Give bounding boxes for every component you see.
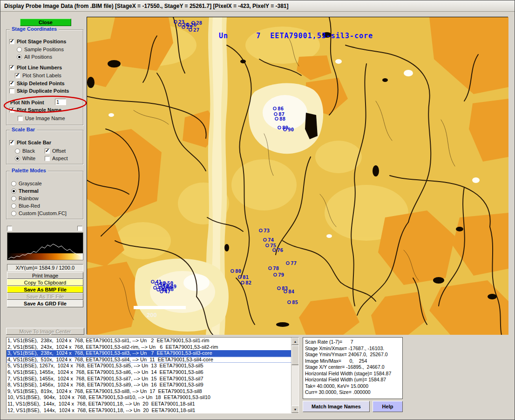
scale-bar-white-radio[interactable]: White bbox=[15, 156, 35, 161]
image-list[interactable]: 1, VS1(BSE), 238x, 1024 x 768, EETA79001… bbox=[6, 337, 299, 413]
palette-rainbow-radio[interactable]: Rainbow bbox=[11, 196, 39, 201]
skip-deleted-points-checkbox[interactable]: Skip Deleted Points bbox=[9, 81, 65, 86]
checkbox-icon bbox=[9, 81, 14, 86]
all-positions-radio[interactable]: All Positions bbox=[17, 54, 52, 60]
svg-text:50: 50 bbox=[167, 280, 173, 286]
scale-bar-group: Scale Bar Plot Scale Bar Black Offset Wh… bbox=[6, 130, 83, 164]
checkbox-icon bbox=[18, 116, 23, 121]
list-item[interactable]: 7, VS1(BSE), 1455x, 1024 x 768, EETA7900… bbox=[7, 376, 298, 382]
list-item[interactable]: 5, VS1(BSE), 1267x, 1024 x 768, EETA7900… bbox=[7, 363, 298, 369]
close-button[interactable]: Close bbox=[20, 19, 71, 26]
list-item[interactable]: 8, VS1(BSE), 1456x, 1024 x 768, EETA7900… bbox=[7, 382, 298, 388]
palette-bluered-radio[interactable]: Blue-Red bbox=[11, 203, 40, 209]
list-item[interactable]: 12, VS1(BSE), 144x, 1024 x 768, EETA7900… bbox=[7, 407, 298, 413]
stage-coordinates-group: Stage Coordinates Plot Stage Positions S… bbox=[6, 29, 83, 125]
plot-line-numbers-checkbox[interactable]: Plot Line Numbers bbox=[9, 65, 62, 70]
use-image-name-checkbox[interactable]: Use Image Name bbox=[18, 115, 65, 121]
close-button-label: Close bbox=[39, 20, 53, 25]
info-line: Horizontal Field Width (stage)= 1584.87 bbox=[305, 371, 400, 377]
nth-point-input[interactable] bbox=[55, 99, 66, 105]
checkbox-icon bbox=[9, 88, 14, 94]
save-as-bmp-button[interactable]: Save As BMP File bbox=[7, 286, 83, 293]
histogram[interactable] bbox=[7, 232, 83, 260]
svg-text:78: 78 bbox=[273, 265, 279, 271]
svg-text:82: 82 bbox=[245, 280, 251, 286]
scroll-up-arrow[interactable]: ▲ bbox=[291, 338, 299, 345]
skip-duplicate-points-label: Skip Duplicate Points bbox=[17, 88, 69, 94]
checkbox-icon bbox=[9, 108, 14, 113]
list-item[interactable]: 3, VS1(BSE), 238x, 1024 x 768, EETA79001… bbox=[7, 350, 298, 357]
histogram-left-checkbox[interactable] bbox=[7, 226, 12, 231]
svg-text:77: 77 bbox=[291, 260, 297, 266]
copy-to-clipboard-button[interactable]: Copy To Clipboard bbox=[7, 279, 83, 286]
list-item[interactable]: 1, VS1(BSE), 238x, 1024 x 768, EETA79001… bbox=[7, 338, 298, 344]
grayscale-label: Grayscale bbox=[19, 181, 42, 186]
scroll-down-arrow[interactable]: ▼ bbox=[291, 406, 299, 413]
scale-bar-title: Scale Bar bbox=[10, 127, 37, 132]
list-item[interactable]: 6, VS1(BSE), 1455x, 1024 x 768, EETA7900… bbox=[7, 369, 298, 376]
probe-image[interactable]: Un 7 EETA79001,53-sil3-core 200 23242526… bbox=[87, 17, 508, 334]
xy-dimensions-readout: X/Y(um)= 1584.9 / 1200.0 bbox=[7, 264, 83, 271]
title-bar[interactable]: Display Probe Image Data (from .BIM file… bbox=[0, 0, 515, 12]
scale-bar-offset-checkbox[interactable]: Offset bbox=[45, 148, 66, 154]
skip-duplicate-points-checkbox[interactable]: Skip Duplicate Points bbox=[9, 88, 69, 94]
list-item[interactable]: 2, VS1(BSE), 243x, 1024 x 768, EETA79001… bbox=[7, 344, 298, 351]
plot-sample-name-checkbox[interactable]: Plot Sample Name bbox=[9, 107, 61, 113]
plot-nth-point-label: Plot Nth Point bbox=[10, 100, 44, 105]
radio-icon bbox=[15, 149, 20, 154]
radio-icon bbox=[11, 203, 16, 209]
radio-icon bbox=[11, 211, 16, 216]
scale-bar-aspect-checkbox[interactable]: Aspect bbox=[45, 156, 68, 161]
sample-positions-radio[interactable]: Sample Positions bbox=[17, 47, 64, 52]
info-line: Stage Xmin/Xmax= -17687., -16103. bbox=[305, 345, 400, 352]
all-positions-label: All Positions bbox=[24, 54, 52, 60]
plot-line-numbers-label: Plot Line Numbers bbox=[17, 65, 62, 70]
histogram-right-checkbox[interactable] bbox=[77, 226, 82, 231]
window-title: Display Probe Image Data (from .BIM file… bbox=[4, 3, 289, 9]
scroll-thumb[interactable] bbox=[291, 345, 299, 365]
svg-text:79: 79 bbox=[278, 272, 284, 278]
info-line: Image Min/Max= 0, 254 bbox=[305, 358, 400, 365]
list-item[interactable]: 4, VS1(BSE), 510x, 1024 x 768, EETA79001… bbox=[7, 357, 298, 363]
sample-positions-label: Sample Positions bbox=[24, 47, 64, 52]
stage-coordinates-title: Stage Coordinates bbox=[10, 26, 59, 32]
blue-red-label: Blue-Red bbox=[19, 203, 40, 209]
svg-text:28: 28 bbox=[196, 20, 202, 26]
list-item[interactable]: 11, VS1(BSE), 144x, 1024 x 768, EETA7900… bbox=[7, 401, 298, 407]
aspect-label: Aspect bbox=[52, 156, 68, 161]
list-item[interactable]: 10, VS1(BSE), 904x, 1024 x 768, EETA7900… bbox=[7, 394, 298, 401]
list-scrollbar[interactable]: ▲ ▼ bbox=[291, 338, 298, 413]
svg-text:75: 75 bbox=[270, 243, 276, 249]
print-image-button[interactable]: Print Image bbox=[7, 272, 83, 279]
plot-short-labels-checkbox[interactable]: Plot Short Labels bbox=[15, 73, 61, 78]
app-window: Display Probe Image Data (from .BIM file… bbox=[0, 0, 515, 420]
black-label: Black bbox=[22, 148, 35, 154]
scale-bar bbox=[134, 306, 186, 309]
radio-icon bbox=[11, 189, 16, 194]
list-item[interactable]: 9, VS1(BSE), 819x, 1024 x 768, EETA79001… bbox=[7, 388, 298, 395]
plot-scale-bar-checkbox[interactable]: Plot Scale Bar bbox=[9, 140, 51, 145]
svg-text:73: 73 bbox=[264, 228, 270, 234]
palette-custom-radio[interactable]: Custom [Custom.FC] bbox=[11, 210, 67, 216]
plot-stage-positions-checkbox[interactable]: Plot Stage Positions bbox=[9, 39, 66, 44]
info-line: Stage Ymin/Ymax= 24067.0, 25267.0 bbox=[305, 352, 400, 358]
radio-icon bbox=[11, 181, 16, 186]
info-line: Scan Rate (1-7)= 7 bbox=[305, 339, 400, 345]
scale-bar-black-radio[interactable]: Black bbox=[15, 148, 35, 154]
rainbow-label: Rainbow bbox=[19, 196, 39, 201]
match-image-names-button[interactable]: Match Image Names bbox=[303, 401, 370, 412]
checkbox-icon bbox=[9, 65, 14, 70]
svg-text:84: 84 bbox=[288, 289, 295, 295]
palette-thermal-radio[interactable]: Thermal bbox=[11, 188, 39, 194]
palette-modes-group: Palette Modes Grayscale Thermal Rainbow … bbox=[6, 171, 83, 219]
palette-grayscale-radio[interactable]: Grayscale bbox=[11, 181, 42, 186]
plot-stage-positions-label: Plot Stage Positions bbox=[17, 39, 66, 44]
scale-bar-label: 200 bbox=[147, 312, 157, 318]
checkbox-icon bbox=[15, 73, 20, 78]
svg-text:76: 76 bbox=[277, 247, 284, 253]
histogram-plot bbox=[7, 233, 83, 260]
custom-label: Custom [Custom.FC] bbox=[19, 210, 67, 216]
save-as-grd-button[interactable]: Save As GRD File bbox=[7, 300, 83, 307]
help-button[interactable]: Help bbox=[373, 401, 403, 412]
palette-modes-title: Palette Modes bbox=[10, 168, 48, 173]
